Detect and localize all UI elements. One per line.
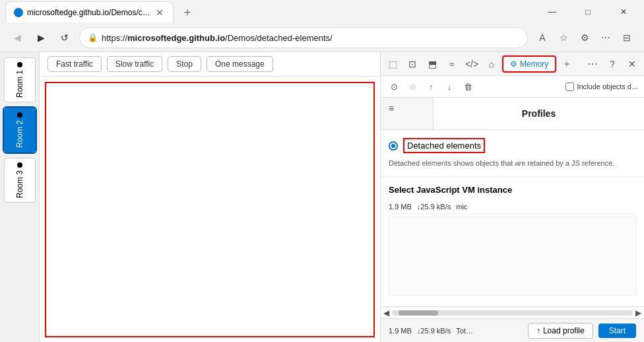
address-bar: ◀ ▶ ↺ 🔒 https://microsoftedge.github.io/…: [0, 24, 644, 51]
detached-radio-button[interactable]: [389, 141, 398, 151]
url-bar[interactable]: 🔒 https://microsoftedge.github.io/Demos/…: [79, 27, 528, 48]
clear-icon[interactable]: 🗑: [460, 79, 476, 94]
footer-total: Tot…: [456, 327, 473, 335]
horizontal-scrollbar: ◀ ▶: [381, 306, 644, 318]
include-objects-checkbox-row: Include objects d…: [565, 83, 639, 91]
load-profile-button[interactable]: ↑ Load profile: [528, 323, 593, 339]
profiles-header: Profiles: [436, 100, 641, 127]
help-icon[interactable]: ?: [603, 55, 622, 73]
address-bar-icons: A ☆ ⚙ ⋯ ⊟: [533, 28, 636, 47]
room3-dot: [17, 162, 22, 168]
url-domain: microsoftedge.github.io: [127, 33, 225, 43]
url-path: /Demos/detached-elements/: [225, 33, 333, 43]
record-icon[interactable]: ⊙: [386, 79, 402, 94]
profiles-filter-icon[interactable]: ≡: [383, 100, 399, 116]
extensions-icon[interactable]: ⚙: [575, 28, 594, 47]
star-icon[interactable]: ☆: [554, 28, 573, 47]
room2-dot: [17, 112, 22, 118]
devtools-content: Detached elements Detached elements show…: [381, 130, 644, 318]
memory-tab[interactable]: ⚙ Memory: [502, 55, 556, 73]
minimize-button[interactable]: —: [537, 1, 567, 22]
refresh-button[interactable]: ↺: [55, 28, 74, 47]
forward-button[interactable]: ▶: [32, 28, 50, 47]
devtools-sources-icon[interactable]: ⬒: [423, 55, 441, 73]
vm-name-value: mic: [456, 203, 467, 211]
translate-icon[interactable]: A: [533, 28, 552, 47]
detached-label: Detached elements: [403, 138, 485, 153]
include-objects-label: Include objects d…: [577, 83, 639, 90]
memory-toolbar: ⊙ ⊘ ↑ ↓ 🗑 Include objects d…: [381, 76, 644, 98]
fast-traffic-button[interactable]: Fast traffic: [48, 56, 102, 72]
page-container: Room 1 Room 2 Room 3 Fast traffic Slow t…: [0, 52, 644, 342]
new-tab-button[interactable]: ＋: [176, 1, 199, 22]
devtools-html-icon[interactable]: </>: [463, 55, 481, 73]
profiles-sidebar-icon: ≡: [381, 98, 434, 129]
detached-radio-inner: [391, 144, 395, 148]
profiles-section: ≡ Profiles: [381, 98, 644, 130]
main-toolbar: Fast traffic Slow traffic Stop One messa…: [40, 52, 380, 77]
maximize-button[interactable]: □: [573, 1, 603, 22]
add-tab-icon[interactable]: ＋: [558, 55, 576, 73]
one-message-button[interactable]: One message: [207, 56, 273, 72]
scroll-thumb[interactable]: [399, 310, 438, 316]
main-content: Fast traffic Slow traffic Stop One messa…: [40, 52, 380, 342]
devtools-network-icon[interactable]: ≈: [443, 55, 461, 73]
memory-gear-icon: ⚙: [510, 59, 517, 69]
devtools-console-icon[interactable]: ⊡: [403, 55, 422, 73]
tab-bar: microsoftedge.github.io/Demos/c… ✕ ＋ — □…: [0, 0, 644, 24]
stop-button[interactable]: Stop: [168, 56, 201, 72]
detached-radio-row: Detached elements: [389, 138, 636, 153]
room2-label: Room 2: [15, 120, 24, 148]
footer-rate: ↓25.9 kB/s: [417, 327, 451, 335]
include-objects-checkbox[interactable]: [565, 83, 574, 91]
vm-instance-row[interactable]: 1.9 MB ↓25.9 kB/s mic: [389, 200, 636, 214]
rooms-sidebar: Room 1 Room 2 Room 3: [0, 52, 40, 342]
room1-item[interactable]: Room 1: [4, 57, 36, 102]
detached-section: Detached elements Detached elements show…: [381, 130, 644, 177]
more-tabs-icon[interactable]: ⋯: [583, 55, 602, 73]
memory-tab-label: Memory: [520, 59, 548, 69]
devtools-close-icon[interactable]: ✕: [623, 55, 641, 73]
tab-title: microsoftedge.github.io/Demos/c…: [27, 8, 150, 17]
devtools-home-icon[interactable]: ⌂: [482, 55, 501, 73]
lock-icon: 🔒: [88, 33, 98, 42]
tab-favicon: [14, 8, 23, 17]
upload-icon: ↑: [536, 326, 540, 335]
close-button[interactable]: ✕: [608, 1, 639, 22]
vm-memory-value: 1.9 MB: [389, 203, 412, 211]
profiles-label: Profiles: [522, 108, 556, 119]
url-text: https://microsoftedge.github.io/Demos/de…: [102, 33, 333, 43]
upload-icon[interactable]: ↑: [423, 79, 439, 94]
back-button[interactable]: ◀: [8, 28, 26, 47]
browser-chrome: microsoftedge.github.io/Demos/c… ✕ ＋ — □…: [0, 0, 644, 52]
main-content-area: [45, 82, 375, 337]
devtools-panel: ⬚ ⊡ ⬒ ≈ </> ⌂ ⚙ Memory ＋ ⋯ ? ✕ ⊙ ⊘ ↑ ↓ 🗑…: [380, 52, 644, 342]
window-controls: — □ ✕: [537, 1, 639, 22]
tab-close-icon[interactable]: ✕: [154, 6, 165, 19]
detached-description: Detached elements shows objects that are…: [389, 158, 636, 168]
room2-item[interactable]: Room 2: [4, 108, 36, 153]
scroll-track[interactable]: [392, 310, 633, 316]
slow-traffic-button[interactable]: Slow traffic: [107, 56, 162, 72]
devtools-tabs: ⬚ ⊡ ⬒ ≈ </> ⌂ ⚙ Memory ＋ ⋯ ? ✕: [381, 52, 644, 76]
room3-item[interactable]: Room 3: [4, 158, 36, 203]
vm-section: Select JavaScript VM instance 1.9 MB ↓25…: [381, 177, 644, 306]
room1-label: Room 1: [15, 70, 24, 98]
sidebar-icon[interactable]: ⊟: [618, 28, 636, 47]
download-icon[interactable]: ↓: [441, 79, 457, 94]
devtools-footer: 1.9 MB ↓25.9 kB/s Tot… ↑ Load profile St…: [381, 318, 644, 342]
more-icon[interactable]: ⋯: [596, 28, 615, 47]
scroll-right-button[interactable]: ▶: [635, 308, 641, 318]
scroll-left-button[interactable]: ◀: [383, 308, 389, 318]
stop-record-icon: ⊘: [404, 79, 420, 94]
devtools-inspect-icon[interactable]: ⬚: [383, 55, 402, 73]
footer-memory: 1.9 MB: [389, 327, 412, 335]
load-profile-label: Load profile: [543, 326, 585, 335]
vm-title: Select JavaScript VM instance: [389, 185, 636, 195]
vm-rate-value: ↓25.9 kB/s: [417, 203, 451, 211]
vm-scroll-area[interactable]: [389, 217, 636, 296]
room3-label: Room 3: [15, 170, 24, 198]
active-tab[interactable]: microsoftedge.github.io/Demos/c… ✕: [5, 1, 174, 22]
room1-dot: [17, 62, 22, 67]
start-button[interactable]: Start: [598, 324, 636, 338]
